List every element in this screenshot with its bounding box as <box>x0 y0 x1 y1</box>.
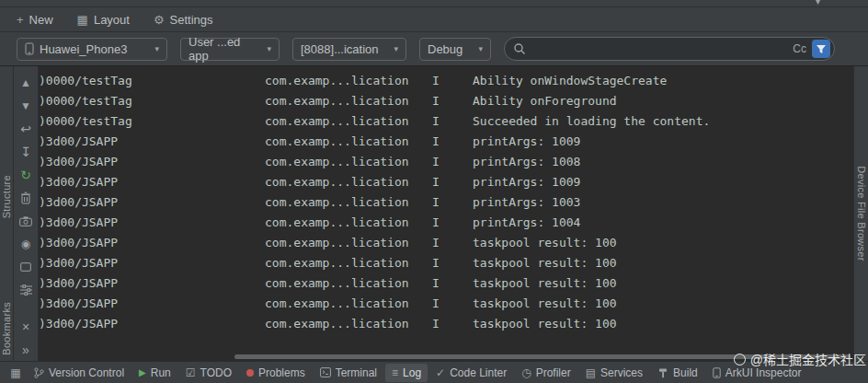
log-message: taskpool result: 100 <box>473 253 853 273</box>
watermark: @稀土掘金技术社区 <box>734 350 866 368</box>
app-selector[interactable]: User ...ed app ▾ <box>180 38 280 61</box>
chevron-down-icon[interactable]: ▾ <box>816 0 820 6</box>
log-tag: )0000/testTag <box>39 71 265 91</box>
scroll-to-end-icon[interactable]: ↧ <box>18 145 33 159</box>
services-icon: ▤ <box>586 367 596 378</box>
device-selector[interactable]: Huawei_Phone3 ▾ <box>17 38 167 61</box>
log-message: printArgs: 1009 <box>473 132 853 152</box>
main-area: Structure Bookmarks ▲ ▼ ↩ ↧ ↻ ◉ × » <box>0 66 868 361</box>
log-level-selector[interactable]: Debug ▾ <box>419 38 491 61</box>
log-tag: )3d00/JSAPP <box>39 213 265 233</box>
statusbar-item-run[interactable]: ▶ Run <box>132 364 177 382</box>
log-level-value: Debug <box>428 42 463 56</box>
log-level: I <box>432 132 473 152</box>
log-output: )0000/testTagcom.examp...licationIAbilit… <box>39 66 853 361</box>
match-case-toggle[interactable]: Cc <box>793 42 806 55</box>
scroll-down-icon[interactable]: ▼ <box>18 99 33 113</box>
clear-log-icon[interactable] <box>18 191 33 205</box>
log-level: I <box>432 233 473 253</box>
soft-wrap-icon[interactable]: ↩ <box>18 122 33 136</box>
profiler-icon: ◷ <box>521 367 531 378</box>
log-package: com.examp...lication <box>265 233 432 253</box>
log-level: I <box>432 294 473 314</box>
log-package: com.examp...lication <box>265 152 432 172</box>
log-level: I <box>432 71 473 91</box>
close-icon[interactable]: × <box>18 319 33 334</box>
statusbar-item-label: Profiler <box>536 366 571 379</box>
log-level: I <box>432 172 473 192</box>
quick-toolbar: + New ▦ Layout ⚙ Settings <box>0 7 868 31</box>
layout-button[interactable]: ▦ Layout <box>77 13 130 27</box>
search-input[interactable] <box>531 42 787 56</box>
log-level: I <box>432 152 473 172</box>
log-message: taskpool result: 100 <box>473 273 853 294</box>
statusbar-item-version-control[interactable]: Version Control <box>28 364 131 382</box>
code-linter-icon: ✓ <box>436 367 445 378</box>
statusbar-item-terminal[interactable]: Terminal <box>314 364 383 382</box>
statusbar-item-build[interactable]: Build <box>651 364 704 382</box>
log-level: I <box>432 111 473 132</box>
log-package: com.examp...lication <box>265 253 432 273</box>
log-row: )0000/testTagcom.examp...licationISuccee… <box>39 111 853 132</box>
log-tag: )3d00/JSAPP <box>39 192 265 213</box>
new-button[interactable]: + New <box>17 13 53 27</box>
log-level: I <box>432 273 473 294</box>
statusbar-item-todo[interactable]: ☑ TODO <box>179 364 238 382</box>
chevron-down-icon: ▾ <box>267 44 271 53</box>
statusbar-item-log[interactable]: ≡ Log <box>385 364 428 382</box>
statusbar-item-label: Services <box>600 366 643 379</box>
log-message: taskpool result: 100 <box>473 314 853 334</box>
log-package: com.examp...lication <box>265 172 432 192</box>
log-message: Ability onForeground <box>473 91 853 111</box>
layout-button-label: Layout <box>94 13 130 27</box>
toolwindow-structure[interactable]: Structure <box>1 175 12 218</box>
log-tag: )3d00/JSAPP <box>39 294 265 314</box>
expand-icon[interactable]: » <box>18 342 33 357</box>
statusbar-item-problems[interactable]: Problems <box>240 364 312 382</box>
log-message: Ability onWindowStageCreate <box>473 71 853 91</box>
screenshot-icon[interactable] <box>18 214 33 228</box>
statusbar-item-label: Code Linter <box>450 366 507 379</box>
log-tag: )3d00/JSAPP <box>39 152 265 172</box>
log-tag: )3d00/JSAPP <box>39 273 265 294</box>
process-selector[interactable]: [8088]...ication ▾ <box>292 38 406 61</box>
statusbar-item-services[interactable]: ▤ Services <box>579 364 649 382</box>
arkui-inspector-icon <box>713 367 721 378</box>
scroll-up-icon[interactable]: ▲ <box>18 75 33 90</box>
log-message: printArgs: 1009 <box>473 172 853 192</box>
log-row: )3d00/JSAPPcom.examp...licationIprintArg… <box>39 192 853 213</box>
screen-record-icon[interactable]: ◉ <box>18 237 33 251</box>
app-selector-value: User ...ed app <box>188 35 261 63</box>
search-filter-button[interactable] <box>812 40 830 58</box>
juejin-logo-icon <box>734 354 746 366</box>
log-row: )3d00/JSAPPcom.examp...licationItaskpool… <box>39 273 853 294</box>
log-filter-icon[interactable] <box>18 283 33 297</box>
log-tag: )0000/testTag <box>39 111 265 132</box>
toolwindow-bookmarks[interactable]: Bookmarks <box>1 302 12 355</box>
statusbar-item-code-linter[interactable]: ✓ Code Linter <box>429 364 513 382</box>
toolwindow-switcher-icon[interactable]: ▦ <box>6 366 26 379</box>
phone-icon <box>25 42 34 55</box>
toolwindow-device-file-browser[interactable]: Device File Browser <box>856 166 867 261</box>
log-package: com.examp...lication <box>265 111 432 132</box>
log-row: )0000/testTagcom.examp...licationIAbilit… <box>39 91 853 111</box>
problems-icon <box>246 369 254 377</box>
log-package: com.examp...lication <box>265 71 432 91</box>
log-icon: ≡ <box>392 367 398 378</box>
statusbar-item-label: Log <box>403 366 421 379</box>
log-package: com.examp...lication <box>265 314 432 334</box>
statusbar-item-profiler[interactable]: ◷ Profiler <box>515 364 577 382</box>
log-row: )3d00/JSAPPcom.examp...licationIprintArg… <box>39 152 853 172</box>
new-button-label: New <box>29 13 53 27</box>
log-level: I <box>432 314 473 334</box>
log-message: printArgs: 1004 <box>473 213 853 233</box>
statusbar-item-label: Version Control <box>49 366 124 379</box>
log-row: )3d00/JSAPPcom.examp...licationItaskpool… <box>39 314 853 334</box>
log-message: taskpool result: 100 <box>473 233 853 253</box>
ide-window: ▾ + New ▦ Layout ⚙ Settings Huawei_Phone… <box>0 0 868 383</box>
process-selector-value: [8088]...ication <box>301 42 379 56</box>
settings-button[interactable]: ⚙ Settings <box>154 13 213 27</box>
restart-icon[interactable]: ↻ <box>18 168 33 182</box>
device-frame-icon[interactable] <box>18 260 33 274</box>
log-message: printArgs: 1003 <box>473 192 853 213</box>
